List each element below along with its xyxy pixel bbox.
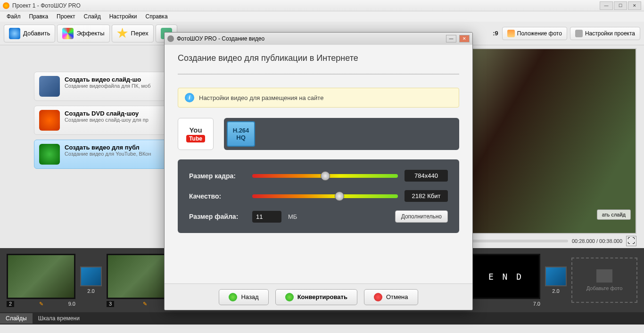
film-icon xyxy=(39,76,60,97)
slide-end[interactable]: E N D 7.0 xyxy=(471,254,540,307)
codec-l2: HQ xyxy=(236,134,246,141)
add-photo-label: Добавьте фото xyxy=(586,285,623,291)
time-display: 00:28.000 / 00:38.000 xyxy=(572,238,622,244)
cancel-label: Отмена xyxy=(386,293,408,300)
edit-icon[interactable]: ✎ xyxy=(39,301,43,307)
proj-settings-label: Настройки проекта xyxy=(585,30,635,37)
minimize-button[interactable]: — xyxy=(600,1,613,10)
transitions-button[interactable]: Перех xyxy=(112,25,154,42)
palette-icon xyxy=(62,28,74,39)
menu-settings[interactable]: Настройки xyxy=(106,12,141,21)
frame-size-knob[interactable] xyxy=(321,171,330,181)
back-label: Назад xyxy=(241,293,258,300)
cancel-button[interactable]: Отмена xyxy=(364,289,418,305)
effects-button[interactable]: Эффекты xyxy=(57,25,109,42)
app-icon xyxy=(3,2,9,9)
filesize-unit: МБ xyxy=(288,213,297,220)
menu-file[interactable]: Файл xyxy=(3,12,25,21)
filesize-input[interactable] xyxy=(252,211,281,223)
quality-value: 2182 Кбит xyxy=(405,190,448,202)
quality-knob[interactable] xyxy=(335,191,344,201)
maximize-button[interactable]: ☐ xyxy=(614,1,627,10)
frame-size-value: 784x440 xyxy=(405,170,448,182)
dialog-footer: Назад Конвертировать Отмена xyxy=(165,283,472,310)
codec-strip[interactable]: H.264 HQ xyxy=(224,118,459,150)
star-icon xyxy=(117,28,128,39)
frame-size-label: Размер кадра: xyxy=(189,172,246,180)
slide-2[interactable]: 2✎9.0 xyxy=(7,254,75,307)
filesize-label: Размер файла: xyxy=(189,213,246,220)
advanced-button[interactable]: Дополнительно xyxy=(395,210,448,223)
transition-end[interactable]: 2.0 xyxy=(545,266,567,294)
effects-label: Эффекты xyxy=(76,30,104,37)
codec-h264-hq[interactable]: H.264 HQ xyxy=(227,121,255,147)
separator xyxy=(178,74,459,75)
slide-end-label: E N D xyxy=(471,254,540,299)
info-banner: i Настройки видео для размещения на сайт… xyxy=(178,88,459,108)
youtube-bot: Tube xyxy=(186,135,205,142)
bottom-tabs: Слайды Шкала времени xyxy=(0,312,644,325)
edit-icon[interactable]: ✎ xyxy=(143,301,147,307)
add-label: Добавить xyxy=(23,30,50,37)
transitions-label: Перех xyxy=(131,30,149,37)
option-dvd-sub: Создание видео слайд-шоу для пр xyxy=(65,117,149,123)
slide-3-num: 3 xyxy=(107,301,114,307)
arrow-left-icon xyxy=(229,293,237,301)
youtube-top: You xyxy=(189,126,202,134)
slide-2-dur: 9.0 xyxy=(68,301,75,307)
export-options-panel: Создать видео слайд-шоСоздание видеофайл… xyxy=(0,45,179,248)
slide-end-dur: 7.0 xyxy=(533,301,540,307)
dialog-close-button[interactable]: ✕ xyxy=(459,35,470,42)
info-icon: i xyxy=(185,93,194,102)
encode-settings-panel: Размер кадра: 784x440 Качество: 2182 Кби… xyxy=(178,159,459,233)
app-title: Проект 1 - ФотоШОУ PRO xyxy=(12,2,81,9)
menu-help[interactable]: Справка xyxy=(141,12,171,21)
option-dvd-title: Создать DVD слайд-шоу xyxy=(65,110,149,117)
tab-slides[interactable]: Слайды xyxy=(0,313,33,324)
project-settings-button[interactable]: Настройки проекта xyxy=(570,27,640,40)
dialog-heading: Создание видео для публикации в Интернет… xyxy=(178,53,459,63)
add-photo-slot[interactable]: Добавьте фото xyxy=(571,258,637,303)
menu-slide[interactable]: Слайд xyxy=(80,12,105,21)
aspect-ratio-badge[interactable]: :9 xyxy=(493,27,499,40)
dialog-titlebar[interactable]: ФотоШОУ PRO - Создание видео — ✕ xyxy=(165,33,472,45)
edit-slide-button[interactable]: ать слайд xyxy=(597,209,631,220)
back-button[interactable]: Назад xyxy=(219,289,268,305)
globe-icon xyxy=(39,144,60,165)
convert-button[interactable]: Конвертировать xyxy=(275,289,357,305)
cancel-icon xyxy=(374,293,382,301)
option-create-web[interactable]: Создать видео для публСоздание видео для… xyxy=(34,140,175,169)
create-video-dialog: ФотоШОУ PRO - Создание видео — ✕ Создани… xyxy=(164,32,473,310)
tab-timeline[interactable]: Шкала времени xyxy=(33,313,85,324)
gear-icon xyxy=(575,30,583,37)
option-create-dvd[interactable]: Создать DVD слайд-шоуСоздание видео слай… xyxy=(34,106,175,135)
add-button[interactable]: Добавить xyxy=(4,25,55,42)
youtube-badge: You Tube xyxy=(178,118,214,150)
option-video-sub: Создание видеофайла для ПК, моб xyxy=(65,83,150,89)
position-icon xyxy=(507,30,515,37)
menu-edit[interactable]: Правка xyxy=(25,12,52,21)
option-create-video[interactable]: Создать видео слайд-шоСоздание видеофайл… xyxy=(34,72,175,101)
quality-slider[interactable] xyxy=(252,194,398,198)
frame-size-slider[interactable] xyxy=(252,174,398,178)
trans-end-dur: 2.0 xyxy=(545,288,567,294)
photo-position-button[interactable]: Положение фото xyxy=(502,27,567,40)
codec-l1: H.264 xyxy=(233,127,249,134)
menubar: Файл Правка Проект Слайд Настройки Справ… xyxy=(0,11,644,22)
convert-label: Конвертировать xyxy=(297,293,347,300)
option-video-title: Создать видео слайд-шо xyxy=(65,76,150,83)
info-text: Настройки видео для размещения на сайте xyxy=(199,94,323,101)
quality-label: Качество: xyxy=(189,192,246,200)
close-button[interactable]: ✕ xyxy=(628,1,641,10)
dialog-minimize-button[interactable]: — xyxy=(446,35,456,42)
menu-project[interactable]: Проект xyxy=(53,12,79,21)
dialog-icon xyxy=(167,35,174,42)
fullscreen-button[interactable]: ⛶ xyxy=(626,236,636,246)
transition-1[interactable]: 2.0 xyxy=(80,266,102,294)
placeholder-icon xyxy=(596,269,612,283)
position-label: Положение фото xyxy=(517,30,562,37)
option-web-sub: Создание видео для YouTube, ВКон xyxy=(65,151,151,157)
trans-1-dur: 2.0 xyxy=(80,288,102,294)
disc-icon xyxy=(39,110,60,131)
main-titlebar: Проект 1 - ФотоШОУ PRO — ☐ ✕ xyxy=(0,0,644,11)
